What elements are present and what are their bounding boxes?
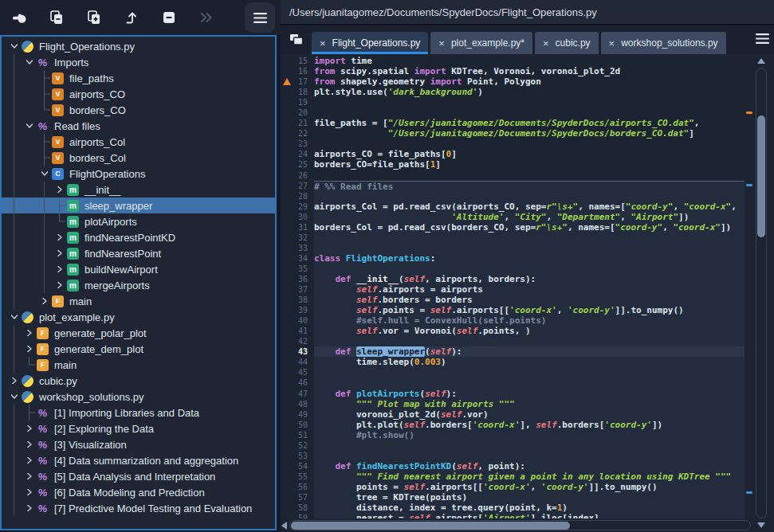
- outline-item-plot_example-py[interactable]: plot_example.py: [2, 309, 275, 325]
- outline-item-Read-files[interactable]: %Read files: [2, 118, 275, 134]
- chevron-right-icon[interactable]: [52, 245, 67, 261]
- outline-item-borders_Col[interactable]: Vborders_Col: [2, 150, 275, 166]
- outline-item--7-Predictive-Model-Testing-and-Evaluation[interactable]: %[7] Predictive Model Testing and Evalua…: [2, 500, 275, 516]
- line-number[interactable]: 57: [281, 492, 314, 503]
- code-line-20[interactable]: 20: [281, 108, 745, 118]
- code-line-35[interactable]: 35: [281, 264, 745, 274]
- chevron-right-icon[interactable]: [52, 182, 67, 198]
- outline-item-findNearestPointKD[interactable]: mfindNearestPointKD: [2, 229, 275, 245]
- scroll-flag-marker[interactable]: [746, 184, 752, 186]
- code-line-52[interactable]: 52: [281, 440, 745, 451]
- line-number[interactable]: 50: [281, 420, 314, 430]
- tab-workshop_solutions-py[interactable]: ×workshop_solutions.py: [601, 32, 726, 54]
- tab-close-icon[interactable]: ×: [320, 38, 326, 49]
- tab-close-icon[interactable]: ×: [438, 38, 445, 49]
- code-line-31[interactable]: 31borders_Col = pd.read_csv(borders_CO, …: [281, 222, 745, 233]
- expand-section-icon[interactable]: [86, 10, 102, 25]
- outline-item-Imports[interactable]: %Imports: [2, 54, 275, 70]
- tab-close-icon[interactable]: ×: [609, 38, 615, 49]
- line-number[interactable]: 38: [281, 295, 314, 305]
- code-line-36[interactable]: 36 def __init__(self, airports, borders)…: [281, 274, 745, 284]
- outline-item-main[interactable]: Fmain: [2, 357, 275, 373]
- line-number[interactable]: 32: [281, 233, 314, 243]
- outline-item-mergeAirports[interactable]: mmergeAirports: [2, 277, 275, 293]
- outline-item-buildNewAirport[interactable]: mbuildNewAirport: [2, 261, 275, 277]
- chevron-right-icon[interactable]: [22, 341, 37, 357]
- outline-item--4-Data-summarization-and-aggregation[interactable]: %[4] Data summarization and aggregation: [2, 452, 275, 468]
- horizontal-scrollbar[interactable]: [281, 518, 754, 532]
- line-number[interactable]: 55: [281, 471, 314, 482]
- line-number[interactable]: 49: [281, 409, 314, 420]
- code-line-58[interactable]: 58 distance, index = tree.query(point, k…: [281, 503, 745, 513]
- tab-close-icon[interactable]: ×: [543, 38, 549, 49]
- chevron-right-icon[interactable]: [22, 325, 37, 341]
- chevron-right-icon[interactable]: [22, 436, 37, 452]
- code-editor[interactable]: 15import time16from scipy.spatial import…: [281, 54, 774, 532]
- code-line-44[interactable]: 44 time.sleep(0.003): [281, 357, 745, 367]
- line-number[interactable]: 54: [281, 461, 314, 471]
- line-number[interactable]: 52: [281, 440, 314, 451]
- code-line-21[interactable]: 21file_paths = ["/Users/juanitagomez/Doc…: [281, 118, 745, 128]
- line-number[interactable]: 20: [281, 108, 314, 118]
- line-number[interactable]: 46: [281, 377, 314, 388]
- scroll-down-arrow[interactable]: [757, 522, 765, 528]
- chevron-down-icon[interactable]: [22, 54, 37, 70]
- go-to-parent-icon[interactable]: [124, 10, 139, 25]
- warning-triangle-icon[interactable]: [283, 78, 291, 85]
- outline-item-findNearestPoint[interactable]: mfindNearestPoint: [2, 245, 275, 261]
- vertical-scrollbar-thumb[interactable]: [757, 115, 765, 237]
- code-line-47[interactable]: 47 def plotAirports(self):: [281, 389, 745, 399]
- code-line-46[interactable]: 46: [281, 377, 745, 388]
- chevron-right-icon[interactable]: [52, 261, 67, 277]
- code-line-27[interactable]: 27# %% Read files: [281, 181, 745, 191]
- chevron-right-icon[interactable]: [22, 421, 37, 436]
- line-number[interactable]: 18: [281, 87, 314, 97]
- outline-item-plotAirports[interactable]: mplotAirports: [2, 213, 275, 229]
- chevron-down-icon[interactable]: [6, 38, 22, 54]
- outline-item-__init__[interactable]: m__init__: [2, 182, 275, 198]
- scroll-up-arrow[interactable]: [757, 58, 765, 64]
- scroll-flag-marker[interactable]: [746, 491, 752, 494]
- code-line-34[interactable]: 34class FlightOperations:: [281, 253, 745, 264]
- outline-item-airports_CO[interactable]: Vairports_CO: [2, 86, 275, 102]
- code-line-49[interactable]: 49 voronoi_plot_2d(self.vor): [281, 409, 745, 420]
- outline-item-generate_polar_plot[interactable]: Fgenerate_polar_plot: [2, 325, 275, 341]
- outline-item-generate_dem_plot[interactable]: Fgenerate_dem_plot: [2, 341, 275, 357]
- horizontal-scrollbar-thumb[interactable]: [291, 522, 570, 530]
- outline-item--5-Data-Analysis-and-Interpretation[interactable]: %[5] Data Analysis and Interpretation: [2, 468, 275, 484]
- outline-item-cubic-py[interactable]: cubic.py: [2, 373, 275, 389]
- outline-options-menu-button[interactable]: [245, 2, 275, 33]
- code-line-50[interactable]: 50 plt.plot(self.borders['coord-x'], sel…: [281, 420, 745, 430]
- line-number[interactable]: 35: [281, 264, 314, 274]
- scroll-left-arrow[interactable]: [281, 522, 287, 530]
- code-line-43[interactable]: 43 def sleep_wrapper(self):: [281, 346, 745, 357]
- line-number[interactable]: 41: [281, 326, 314, 336]
- tab-plot_example-py-[interactable]: ×plot_example.py*: [430, 32, 532, 54]
- code-line-19[interactable]: 19: [281, 97, 745, 108]
- outline-item-sleep_wrapper[interactable]: msleep_wrapper: [2, 198, 275, 213]
- chevron-down-icon[interactable]: [22, 118, 37, 134]
- code-line-42[interactable]: 42: [281, 336, 745, 346]
- code-line-29[interactable]: 29airports_Col = pd.read_csv(airports_CO…: [281, 201, 745, 212]
- line-number[interactable]: 25: [281, 159, 314, 170]
- line-number[interactable]: 44: [281, 357, 314, 367]
- code-line-55[interactable]: 55 """ Find nearest airport given a poin…: [281, 471, 745, 482]
- outline-item-airports_Col[interactable]: Vairports_Col: [2, 134, 275, 150]
- chevron-right-icon[interactable]: [52, 229, 67, 245]
- code-line-33[interactable]: 33: [281, 243, 745, 253]
- line-number[interactable]: 17: [281, 76, 314, 87]
- code-line-26[interactable]: 26: [281, 170, 745, 181]
- line-number[interactable]: 36: [281, 274, 314, 284]
- line-number[interactable]: 16: [281, 66, 314, 76]
- code-line-57[interactable]: 57 tree = KDTree(points): [281, 492, 745, 503]
- line-number[interactable]: 19: [281, 97, 314, 108]
- line-number[interactable]: 56: [281, 482, 314, 492]
- vertical-scrollbar[interactable]: [754, 54, 768, 532]
- line-number[interactable]: 51: [281, 430, 314, 440]
- line-number[interactable]: 39: [281, 305, 314, 315]
- code-line-32[interactable]: 32: [281, 233, 745, 243]
- chevron-right-icon[interactable]: [22, 484, 37, 500]
- scroll-flag-marker[interactable]: [746, 111, 752, 114]
- chevron-right-icon[interactable]: [52, 277, 67, 293]
- chevron-right-icon[interactable]: [6, 373, 22, 389]
